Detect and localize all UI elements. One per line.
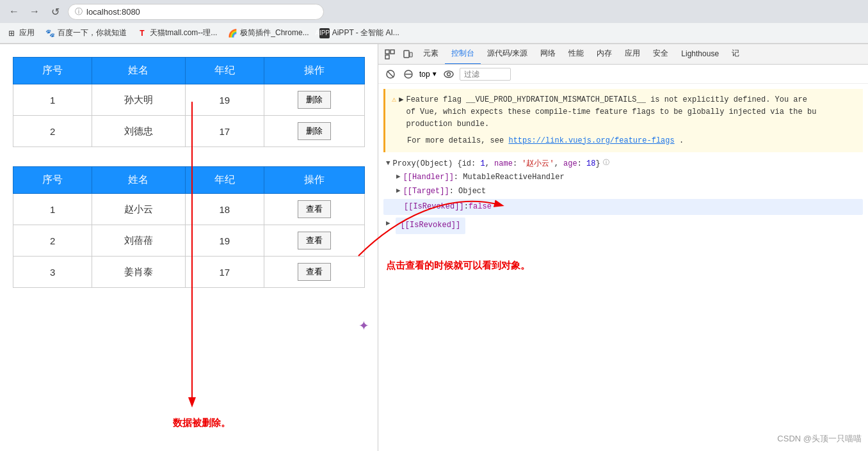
view-button-2[interactable]: 查看 xyxy=(298,232,331,249)
table-row: 1 孙大明 19 删除 xyxy=(13,84,365,116)
bookmark-baidu[interactable]: 🐾 百度一下，你就知道 xyxy=(45,28,127,38)
table-row: 2 刘蓓蓓 19 查看 xyxy=(13,225,365,257)
view-button-1[interactable]: 查看 xyxy=(298,200,331,218)
annotation-click-text: 点击查看的时候就可以看到对象。 xyxy=(383,260,863,272)
bookmark-aippt-label: AiPPT - 全智能 AI... xyxy=(332,28,399,38)
cell-action: 查看 xyxy=(264,257,364,288)
warning-triangle-expand[interactable]: ▶ xyxy=(399,94,403,131)
col-header-action-2: 操作 xyxy=(264,167,364,194)
webpage-panel: 序号 姓名 年纪 操作 1 孙大明 19 删除 2 刘德忠 17 删除 xyxy=(0,44,378,451)
tmall-icon: T xyxy=(137,28,147,38)
console-output: ▼ Proxy(Object) {id: 1, name: '赵小云', age… xyxy=(383,157,863,234)
col-header-id-1: 序号 xyxy=(13,58,92,84)
tab-sources[interactable]: 源代码/来源 xyxy=(481,44,534,65)
tab-performance[interactable]: 性能 xyxy=(562,44,590,65)
warning-box: ⚠ ▶ Feature flag __VUE_PROD_HYDRATION_MI… xyxy=(383,89,863,152)
cell-age: 17 xyxy=(185,116,264,147)
csdn-watermark: CSDN @头顶一只喵喵 xyxy=(777,433,862,445)
svg-line-8 xyxy=(387,71,394,77)
svg-rect-3 xyxy=(390,50,394,54)
bookmark-tmall-label: 天猫tmall.com--理... xyxy=(150,28,217,38)
sparkle-icon: ✦ xyxy=(358,318,369,333)
context-label: top xyxy=(419,70,430,79)
cell-name: 姜肖泰 xyxy=(92,257,185,288)
cell-age: 19 xyxy=(185,84,264,116)
warning-link[interactable]: https://link.vuejs.org/feature-flags xyxy=(508,136,674,145)
jijian-icon: 🌈 xyxy=(227,28,237,38)
target-expand-toggle[interactable]: ▶ xyxy=(396,185,401,198)
tab-recorder[interactable]: 记 xyxy=(725,44,746,65)
cell-name: 孙大明 xyxy=(92,84,185,116)
cell-age: 18 xyxy=(185,194,264,225)
proxy-expand-toggle[interactable]: ▼ xyxy=(386,157,390,170)
bookmark-jijian[interactable]: 🌈 极简插件_Chrome... xyxy=(227,28,309,38)
table-view: 序号 姓名 年纪 操作 1 赵小云 18 查看 2 刘蓓蓓 19 查看 xyxy=(13,166,365,288)
handler-expand-toggle[interactable]: ▶ xyxy=(396,171,401,184)
proxy-line: ▼ Proxy(Object) {id: 1, name: '赵小云', age… xyxy=(383,157,863,171)
delete-button-1[interactable]: 删除 xyxy=(298,91,331,109)
cell-name: 赵小云 xyxy=(92,194,185,225)
reload-button[interactable]: ↺ xyxy=(47,4,63,19)
next-expand-toggle[interactable]: ▶ xyxy=(386,218,390,230)
address-bar[interactable]: ⓘ localhost:8080 xyxy=(68,4,324,20)
tab-console[interactable]: 控制台 xyxy=(445,44,481,65)
cell-id: 2 xyxy=(13,225,92,257)
clear-console-button[interactable] xyxy=(383,67,398,81)
tab-network[interactable]: 网络 xyxy=(534,44,562,65)
cell-id: 1 xyxy=(13,84,92,116)
svg-rect-6 xyxy=(410,52,412,57)
tab-elements[interactable]: 元素 xyxy=(417,44,445,65)
context-selector[interactable]: top ▼ xyxy=(419,70,438,79)
devtools-toolbar: top ▼ xyxy=(378,65,868,84)
devtools-content: ⚠ ▶ Feature flag __VUE_PROD_HYDRATION_MI… xyxy=(378,84,868,451)
target-line: ▶ [[Target]] : Object xyxy=(383,185,863,199)
forward-button[interactable]: → xyxy=(27,4,42,19)
delete-button-2[interactable]: 删除 xyxy=(298,122,331,140)
svg-rect-5 xyxy=(404,51,409,58)
browser-chrome: ← → ↺ ⓘ localhost:8080 ⊞ 应用 🐾 百度一下，你就知道 … xyxy=(0,0,868,44)
svg-rect-4 xyxy=(385,55,389,59)
cell-action: 查看 xyxy=(264,194,364,225)
warning-text: Feature flag __VUE_PROD_HYDRATION_MISMAT… xyxy=(406,94,816,131)
bookmark-jijian-label: 极简插件_Chrome... xyxy=(240,28,309,38)
back-button[interactable]: ← xyxy=(6,4,22,19)
filter-toggle-button[interactable] xyxy=(401,67,415,81)
svg-rect-2 xyxy=(385,50,389,54)
inspect-element-icon[interactable] xyxy=(381,45,399,63)
col-header-age-1: 年纪 xyxy=(185,58,264,84)
tab-application[interactable]: 应用 xyxy=(618,44,647,65)
baidu-icon: 🐾 xyxy=(45,28,55,38)
console-filter-input[interactable] xyxy=(460,68,511,81)
address-text: localhost:8080 xyxy=(86,7,140,17)
col-header-id-2: 序号 xyxy=(13,167,92,194)
col-header-age-2: 年纪 xyxy=(185,167,264,194)
handler-line: ▶ [[Handler]] : MutableReactiveHandler xyxy=(383,171,863,185)
eye-filter-button[interactable] xyxy=(442,67,456,81)
bookmark-apps[interactable]: ⊞ 应用 xyxy=(6,28,35,38)
cell-id: 3 xyxy=(13,257,92,288)
tab-security[interactable]: 安全 xyxy=(647,44,675,65)
table-deleted: 序号 姓名 年纪 操作 1 孙大明 19 删除 2 刘德忠 17 删除 xyxy=(13,57,365,147)
isrevoked-line: [[IsRevoked]] : false xyxy=(383,199,863,216)
info-icon: ⓘ xyxy=(603,157,609,169)
tab-memory[interactable]: 内存 xyxy=(590,44,618,65)
devtools-tabs: 元素 控制台 源代码/来源 网络 性能 内存 应用 安全 Lighthouse … xyxy=(378,44,868,65)
bookmark-aippt[interactable]: AIPPT AiPPT - 全智能 AI... xyxy=(319,28,399,38)
warning-details: For more details, see https://link.vuejs… xyxy=(392,135,856,147)
tab-lighthouse[interactable]: Lighthouse xyxy=(675,44,725,65)
cell-name: 刘德忠 xyxy=(92,116,185,147)
cell-action: 删除 xyxy=(264,84,364,116)
devtools-panel: 元素 控制台 源代码/来源 网络 性能 内存 应用 安全 Lighthouse … xyxy=(378,44,868,451)
main-area: 序号 姓名 年纪 操作 1 孙大明 19 删除 2 刘德忠 17 删除 xyxy=(0,44,868,451)
bookmark-apps-label: 应用 xyxy=(19,28,35,38)
cell-id: 2 xyxy=(13,116,92,147)
view-button-3[interactable]: 查看 xyxy=(298,263,331,281)
annotation-delete-text: 数据被删除。 xyxy=(173,417,230,429)
warning-icon: ⚠ xyxy=(392,94,396,131)
svg-point-11 xyxy=(444,71,453,77)
bookmark-baidu-label: 百度一下，你就知道 xyxy=(58,28,127,38)
col-header-name-2: 姓名 xyxy=(92,167,185,194)
device-toolbar-icon[interactable] xyxy=(399,45,417,63)
bookmark-tmall[interactable]: T 天猫tmall.com--理... xyxy=(137,28,217,38)
cell-action: 查看 xyxy=(264,225,364,257)
